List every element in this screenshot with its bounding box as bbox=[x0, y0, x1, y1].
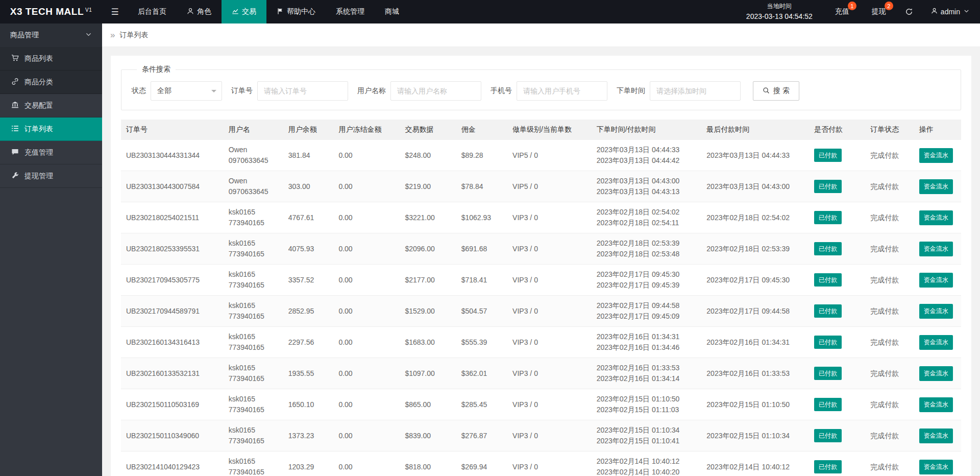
menu-toggle-icon[interactable]: ☰ bbox=[102, 0, 128, 23]
sidebar-item-withdraw-management[interactable]: 提现管理 bbox=[0, 164, 102, 188]
order-pay-time-cell: 2023年03月13日 04:44:33 2023年03月13日 04:44:4… bbox=[592, 140, 702, 171]
last-pay-time-cell: 2023年02月15日 01:10:34 bbox=[701, 420, 809, 451]
sidebar-item-order-list[interactable]: 订单列表 bbox=[0, 117, 102, 141]
commission-cell: $89.28 bbox=[456, 140, 507, 171]
nav-item-trade[interactable]: 交易 bbox=[222, 0, 266, 23]
order-time-input[interactable] bbox=[650, 81, 741, 101]
sidebar-item-recharge-management[interactable]: 充值管理 bbox=[0, 141, 102, 164]
pay-time: 2023年02月15日 01:10:41 bbox=[597, 436, 697, 446]
frozen-cell: 0.00 bbox=[333, 296, 400, 327]
paid-status-cell: 已付款 bbox=[809, 233, 865, 265]
person-icon bbox=[931, 8, 938, 16]
actions-cell: 资金流水 bbox=[914, 171, 961, 202]
nav-item-mall[interactable]: 商城 bbox=[375, 0, 409, 23]
sidebar-item-trade-config[interactable]: 交易配置 bbox=[0, 94, 102, 117]
sidebar-section-goods-management[interactable]: 商品管理 bbox=[0, 23, 102, 47]
col-commission: 佣金 bbox=[456, 120, 507, 140]
table-row: UB2302180254021511 ksk0165 773940165 476… bbox=[121, 202, 961, 233]
user-name: ksk0165 bbox=[229, 331, 278, 342]
caret-down-icon bbox=[211, 90, 216, 95]
nav-item-dashboard[interactable]: 后台首页 bbox=[128, 0, 177, 23]
logo-text: X3 TECH MALL bbox=[10, 6, 84, 17]
nav-item-label: 商城 bbox=[385, 7, 399, 16]
local-time: 当地时间 2023-03-13 04:54:52 bbox=[735, 0, 824, 23]
user-id: 773940165 bbox=[229, 342, 278, 353]
user-name: ksk0165 bbox=[229, 300, 278, 311]
user-menu[interactable]: admin bbox=[921, 0, 980, 23]
pay-time: 2023年02月18日 02:54:11 bbox=[597, 218, 697, 228]
frozen-cell: 0.00 bbox=[333, 420, 400, 451]
user-cell: ksk0165 773940165 bbox=[224, 451, 283, 476]
fund-flow-button[interactable]: 资金流水 bbox=[919, 273, 953, 288]
sidebar-item-goods-category[interactable]: 商品分类 bbox=[0, 70, 102, 94]
table-header-row: 订单号 用户名 用户余额 用户冻结金额 交易数据 佣金 做单级别/当前单数 下单… bbox=[121, 120, 961, 140]
fund-flow-button[interactable]: 资金流水 bbox=[919, 397, 953, 412]
cart-icon bbox=[11, 54, 19, 63]
order-no-cell: UB2302180254021511 bbox=[121, 202, 224, 233]
last-pay-time-cell: 2023年02月18日 02:54:02 bbox=[701, 202, 809, 233]
pay-time: 2023年03月13日 04:43:13 bbox=[597, 186, 697, 197]
table-row: UB2302150110349060 ksk0165 773940165 137… bbox=[121, 420, 961, 451]
order-status-cell: 完成付款 bbox=[865, 327, 914, 358]
pay-time: 2023年03月13日 04:44:42 bbox=[597, 155, 697, 166]
fund-flow-button[interactable]: 资金流水 bbox=[919, 366, 953, 381]
recharge-badge: 1 bbox=[848, 2, 856, 10]
order-no-cell: UB2302170944589791 bbox=[121, 296, 224, 327]
fund-flow-button[interactable]: 资金流水 bbox=[919, 429, 953, 443]
comment-icon bbox=[11, 148, 19, 157]
commission-cell: $276.87 bbox=[456, 420, 507, 451]
main-wrap: 商品管理 商品列表 商品分类 交易配置 订单列表 充值管理 bbox=[0, 23, 980, 476]
order-status-cell: 完成付款 bbox=[865, 420, 914, 451]
order-pay-time-cell: 2023年02月15日 01:10:50 2023年02月15日 01:11:0… bbox=[592, 389, 702, 420]
frozen-cell: 0.00 bbox=[333, 233, 400, 265]
paid-status-cell: 已付款 bbox=[809, 327, 865, 358]
trade-amount-cell: $1097.00 bbox=[400, 358, 456, 389]
commission-cell: $78.84 bbox=[456, 171, 507, 202]
fund-flow-button[interactable]: 资金流水 bbox=[919, 335, 953, 350]
table-row: UB2302141040129423 ksk0165 773940165 120… bbox=[121, 451, 961, 476]
paid-status-cell: 已付款 bbox=[809, 296, 865, 327]
fund-flow-button[interactable]: 资金流水 bbox=[919, 210, 953, 225]
nav-item-help-center[interactable]: 帮助中心 bbox=[266, 0, 326, 23]
search-button[interactable]: 搜 索 bbox=[753, 81, 799, 101]
paid-status-cell: 已付款 bbox=[809, 202, 865, 233]
commission-cell: $1062.93 bbox=[456, 202, 507, 233]
trade-amount-cell: $248.00 bbox=[400, 140, 456, 171]
table-row: UB2302160134316413 ksk0165 773940165 229… bbox=[121, 327, 961, 358]
refresh-icon[interactable] bbox=[897, 0, 921, 23]
recharge-button[interactable]: 充值 1 bbox=[824, 0, 861, 23]
status-select[interactable]: 全部 bbox=[151, 81, 222, 101]
table-row: UB2303130443007584 Owen 0970633645 303.0… bbox=[121, 171, 961, 202]
actions-cell: 资金流水 bbox=[914, 327, 961, 358]
fund-flow-button[interactable]: 资金流水 bbox=[919, 148, 953, 163]
orders-card: 条件搜索 状态 全部 订单号 用户名称 手机号 下单时间 bbox=[111, 56, 971, 476]
pay-time: 2023年02月16日 01:34:46 bbox=[597, 342, 697, 353]
paid-status-badge: 已付款 bbox=[814, 429, 842, 442]
order-no-input[interactable] bbox=[257, 81, 348, 101]
user-name: Owen bbox=[229, 145, 278, 155]
commission-cell: $362.01 bbox=[456, 358, 507, 389]
order-status-cell: 完成付款 bbox=[865, 451, 914, 476]
chevron-down-icon bbox=[963, 8, 970, 16]
fund-flow-button[interactable]: 资金流水 bbox=[919, 242, 953, 256]
user-name: ksk0165 bbox=[229, 425, 278, 436]
user-id: 773940165 bbox=[229, 436, 278, 446]
user-id: 773940165 bbox=[229, 218, 278, 228]
nav-item-roles[interactable]: 角色 bbox=[177, 0, 222, 23]
phone-input[interactable] bbox=[517, 81, 607, 101]
withdraw-button[interactable]: 提现 2 bbox=[861, 0, 897, 23]
sidebar: 商品管理 商品列表 商品分类 交易配置 订单列表 充值管理 bbox=[0, 23, 102, 476]
sidebar-item-goods-list[interactable]: 商品列表 bbox=[0, 47, 102, 70]
order-status-cell: 完成付款 bbox=[865, 140, 914, 171]
paid-status-badge: 已付款 bbox=[814, 304, 842, 318]
user-name-input[interactable] bbox=[390, 81, 481, 101]
paid-status-badge: 已付款 bbox=[814, 211, 842, 224]
breadcrumb: » 订单列表 bbox=[102, 23, 980, 47]
fund-flow-button[interactable]: 资金流水 bbox=[919, 460, 953, 474]
paid-status-badge: 已付款 bbox=[814, 242, 842, 255]
nav-item-system[interactable]: 系统管理 bbox=[326, 0, 375, 23]
vip-level-cell: VIP3 / 0 bbox=[507, 358, 592, 389]
fund-flow-button[interactable]: 资金流水 bbox=[919, 179, 953, 194]
fund-flow-button[interactable]: 资金流水 bbox=[919, 304, 953, 319]
vip-level-cell: VIP3 / 0 bbox=[507, 233, 592, 265]
